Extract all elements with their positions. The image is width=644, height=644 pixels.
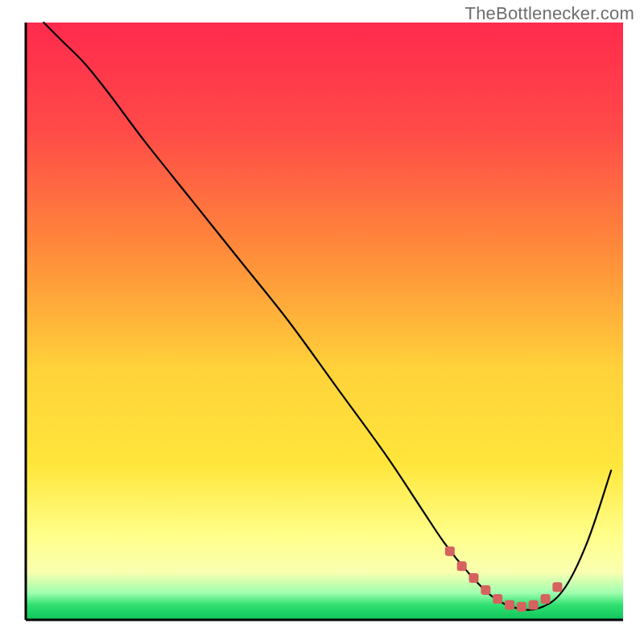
optimal-marker <box>457 561 467 571</box>
optimal-marker <box>481 585 490 595</box>
optimal-marker <box>505 600 514 609</box>
optimal-marker <box>529 600 539 609</box>
plot-background <box>26 23 623 620</box>
optimal-marker <box>445 547 455 556</box>
optimal-marker <box>517 602 526 612</box>
optimal-marker <box>493 594 502 604</box>
watermark-text: TheBottlenecker.com <box>465 3 634 24</box>
bottleneck-chart <box>0 0 644 644</box>
optimal-marker <box>552 582 562 592</box>
chart-stage: TheBottlenecker.com <box>0 0 644 644</box>
optimal-marker <box>469 573 479 583</box>
optimal-marker <box>541 594 551 604</box>
